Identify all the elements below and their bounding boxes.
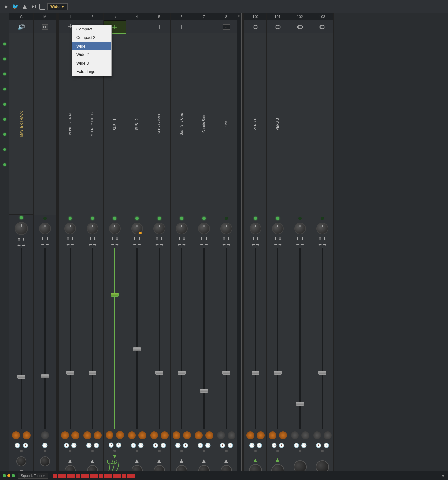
ch101-fader-area[interactable]	[267, 248, 289, 429]
ch5-route-left[interactable]: ⬅	[155, 242, 159, 247]
ch103-route-left[interactable]: ⬅	[318, 242, 322, 247]
ch1-clock-2[interactable]: 🕐	[71, 443, 77, 448]
ch6-fader-area[interactable]	[171, 248, 193, 429]
ch102-clock-2[interactable]: 🕐	[301, 443, 307, 448]
ch101-send-btn-2[interactable]	[279, 431, 287, 439]
ch2-route-right[interactable]: ➡	[93, 242, 96, 247]
ch3-clock-2[interactable]: 🕐	[116, 442, 121, 448]
ch5-fader-area[interactable]	[148, 248, 170, 429]
ch4-pan-up[interactable]: ⬆	[133, 236, 136, 241]
m-clock[interactable]: 🕐	[42, 443, 48, 448]
bird-button[interactable]: 🐦	[12, 3, 19, 10]
master-clock-2[interactable]: 🕐	[23, 443, 28, 448]
m-ch-name-area[interactable]	[34, 33, 56, 215]
ch102-pan-up[interactable]: ⬆	[296, 236, 299, 241]
ch5-pan-down[interactable]: ⬇	[160, 236, 163, 241]
ch100-route-left[interactable]: ⬅	[252, 242, 255, 247]
ch100-fader-handle[interactable]	[252, 371, 259, 375]
ch3-fader-area[interactable]	[104, 248, 126, 429]
ch3-route-right[interactable]: ➡	[115, 242, 119, 247]
ch2-route-left[interactable]: ⬅	[89, 242, 92, 247]
ch8-routing-up[interactable]: ▲	[223, 457, 229, 464]
ch7-pan-down[interactable]: ⬇	[205, 236, 208, 241]
ch103-led[interactable]	[321, 217, 324, 220]
ch1-fader-handle[interactable]	[66, 371, 74, 375]
ch8-route-right[interactable]: ➡	[227, 242, 230, 247]
pan-up-arrow[interactable]: ⬆	[17, 237, 21, 242]
ch103-send-btn-2[interactable]	[324, 431, 332, 439]
m-routing-knob[interactable]	[40, 456, 50, 466]
ch100-led[interactable]	[254, 217, 257, 220]
ch4-send-btn-1[interactable]	[128, 431, 136, 439]
ch100-pan-up[interactable]: ⬆	[252, 236, 255, 241]
ch1-knob[interactable]	[64, 223, 76, 234]
ch8-led[interactable]	[225, 217, 228, 220]
ch5-routing-up[interactable]: ▲	[156, 457, 162, 464]
m-fader-area[interactable]	[34, 248, 56, 429]
ch6-send-btn-2[interactable]	[183, 431, 191, 439]
scroll-down-btn[interactable]: ▼	[441, 473, 445, 478]
ch100-send-btn-2[interactable]	[257, 431, 265, 439]
ch2-send-btn-2[interactable]	[94, 431, 102, 439]
ch6-route-right[interactable]: ➡	[182, 242, 186, 247]
ch103-pan-down[interactable]: ⬇	[323, 236, 326, 241]
skip-button[interactable]	[30, 3, 37, 10]
ch3-routing-down-arrow[interactable]: ▼	[104, 454, 126, 460]
ch1-route-left[interactable]: ⬅	[66, 242, 70, 247]
m-pan-up[interactable]: ⬆	[41, 236, 44, 241]
ch1-fader-area[interactable]	[59, 248, 81, 429]
ch8-name-area[interactable]: Kick	[215, 33, 237, 215]
ch7-routing-up[interactable]: ▲	[201, 457, 207, 464]
dropdown-item-wide2[interactable]: Wide 2	[72, 50, 111, 59]
m-route-right[interactable]: ➡	[46, 242, 49, 247]
master-knob[interactable]	[15, 222, 28, 235]
ch7-name-area[interactable]: Chords Sub	[193, 33, 215, 215]
ch3-pan-up[interactable]: ⬆	[111, 236, 114, 241]
ch7-knob[interactable]	[198, 223, 210, 234]
ch6-clock-1[interactable]: 🕐	[175, 443, 181, 448]
ch5-route-right[interactable]: ➡	[160, 242, 163, 247]
ch4-fader-area[interactable]	[126, 248, 148, 429]
ch103-clock-2[interactable]: 🕐	[323, 443, 329, 448]
ch6-pan-up[interactable]: ⬆	[178, 236, 181, 241]
ch102-fader-handle[interactable]	[296, 402, 304, 406]
ch2-knob[interactable]	[87, 223, 98, 234]
ch7-route-left[interactable]: ⬅	[200, 242, 203, 247]
ch3-route-left[interactable]: ⬅	[111, 242, 114, 247]
ch2-led[interactable]	[91, 217, 94, 220]
master-fader-area[interactable]	[9, 248, 33, 429]
ch6-fader-handle[interactable]	[178, 371, 186, 375]
m-knob[interactable]	[39, 223, 51, 234]
m-fader-handle[interactable]	[41, 374, 49, 378]
ch4-knob[interactable]	[131, 223, 143, 234]
pin-button[interactable]	[21, 3, 28, 10]
ch101-pan-down[interactable]: ⬇	[278, 236, 282, 241]
ch4-routing-up[interactable]: ▲	[134, 457, 140, 464]
ch7-route-right[interactable]: ➡	[205, 242, 208, 247]
ch4-led[interactable]	[135, 217, 139, 220]
ch5-pan-up[interactable]: ⬆	[155, 236, 159, 241]
ch100-send-btn-1[interactable]	[246, 431, 254, 439]
ch6-routing-up[interactable]: ▲	[179, 457, 185, 464]
ch4-clock-2[interactable]: 🕐	[138, 443, 144, 448]
ch1-route-right[interactable]: ➡	[71, 242, 74, 247]
ch102-route-left[interactable]: ⬅	[296, 242, 299, 247]
ch103-name-area[interactable]	[311, 33, 333, 215]
ch7-fader-handle[interactable]	[200, 389, 208, 393]
ch7-pan-up[interactable]: ⬆	[200, 236, 203, 241]
ch2-fader-area[interactable]	[81, 248, 103, 429]
ch4-send-btn-2[interactable]	[138, 431, 146, 439]
ch1-pan-down[interactable]: ⬇	[71, 236, 74, 241]
ch2-clock-2[interactable]: 🕐	[93, 443, 99, 448]
master-ch-name-area[interactable]: MASTER TRACK	[9, 33, 33, 215]
ch8-clock-2[interactable]: 🕐	[227, 443, 233, 448]
ch7-clock-2[interactable]: 🕐	[205, 443, 211, 448]
ch4-route-right[interactable]: ➡	[138, 242, 141, 247]
m-send-btn[interactable]	[41, 431, 49, 439]
ch100-clock-2[interactable]: 🕐	[256, 443, 262, 448]
ch8-knob[interactable]	[220, 223, 232, 234]
ch3-clock-1[interactable]: 🕐	[108, 442, 114, 448]
ch3-led[interactable]	[113, 217, 116, 220]
dropdown-item-extralarge[interactable]: Extra large	[72, 68, 111, 76]
ch3-send-btn-1[interactable]	[106, 431, 113, 439]
